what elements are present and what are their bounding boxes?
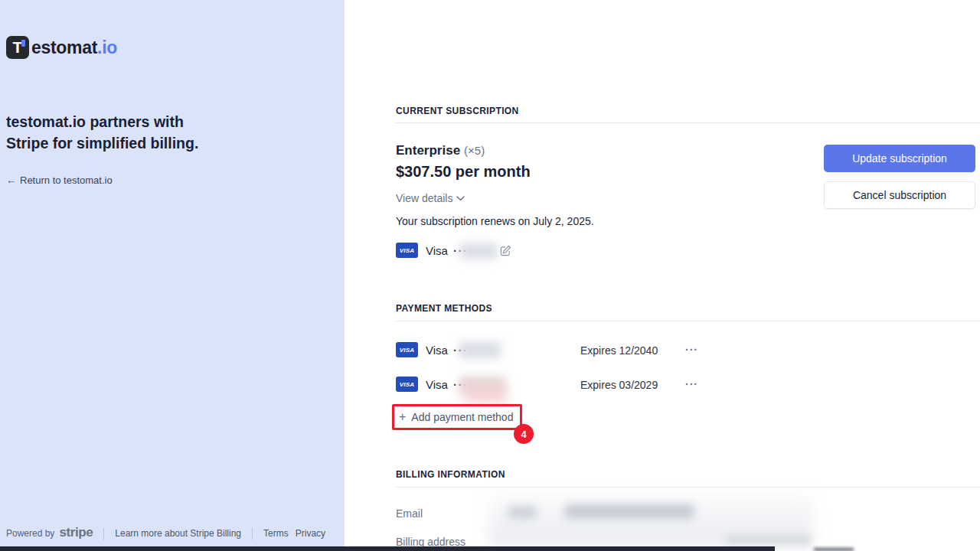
visa-card-icon: VISA (396, 377, 418, 392)
current-subscription-heading: CURRENT SUBSCRIPTION (396, 106, 519, 116)
plan-quantity: (×5) (464, 144, 485, 157)
footer-divider (252, 528, 253, 540)
brand-logo[interactable]: T estomat.io (6, 36, 117, 59)
email-label: Email (396, 507, 423, 520)
plan-name: Enterprise (396, 143, 460, 158)
renewal-text: Your subscription renews on July 2, 2025… (396, 215, 594, 227)
return-to-site-link[interactable]: ← Return to testomat.io (6, 174, 113, 186)
learn-more-link[interactable]: Learn more about Stripe Billing (115, 528, 241, 539)
sidebar-tagline: testomat.io partners with Stripe for sim… (6, 112, 224, 154)
terms-link[interactable]: Terms (263, 528, 289, 539)
section-divider (396, 122, 980, 123)
add-payment-method-link[interactable]: Add payment method (411, 411, 513, 423)
view-details-toggle[interactable]: View details (396, 192, 465, 204)
testomat-logo-icon: T (6, 36, 29, 59)
card-menu-button[interactable]: ··· (685, 344, 698, 356)
sidebar: T estomat.io testomat.io partners with S… (0, 0, 345, 551)
redacted-card-number (459, 341, 501, 359)
card-expiry: Expires 03/2029 (580, 379, 658, 391)
cancel-subscription-button[interactable]: Cancel subscription (824, 181, 975, 209)
card-brand-label: Visa (426, 344, 448, 357)
bottom-dark-smudge (814, 548, 854, 551)
card-brand-label: Visa (426, 378, 448, 391)
redacted-email-value (508, 506, 537, 519)
view-details-label: View details (396, 192, 452, 204)
bottom-dark-bar (0, 546, 775, 551)
stripe-logo[interactable]: stripe (59, 525, 93, 540)
payment-methods-heading: PAYMENT METHODS (396, 303, 492, 314)
redacted-billing-value (726, 535, 810, 545)
chevron-down-icon (456, 196, 465, 201)
card-brand-label: Visa (426, 244, 448, 257)
brand-main-text: estomat (31, 37, 97, 57)
sidebar-footer: Powered by stripe Learn more about Strip… (6, 527, 325, 540)
brand-suffix-text: .io (97, 37, 117, 57)
privacy-link[interactable]: Privacy (296, 528, 325, 539)
logo-accent-mark (21, 40, 25, 47)
card-expiry: Expires 12/2040 (580, 344, 658, 357)
powered-by-label: Powered by (6, 528, 54, 539)
plan-row: Enterprise (×5) (396, 143, 485, 158)
redacted-smear (464, 390, 507, 401)
billing-information-heading: BILLING INFORMATION (396, 469, 505, 480)
redacted-email-value (564, 504, 694, 519)
plan-price: $307.50 per month (396, 163, 531, 181)
section-divider (396, 321, 980, 321)
edit-card-button[interactable] (500, 245, 511, 259)
redacted-card-number (459, 243, 498, 259)
card-menu-button[interactable]: ··· (685, 378, 698, 390)
return-link-label: Return to testomat.io (20, 174, 113, 186)
back-arrow-icon: ← (6, 174, 16, 186)
visa-card-icon: VISA (396, 243, 418, 258)
edit-pencil-icon (500, 245, 511, 256)
brand-wordmark: estomat.io (31, 37, 117, 58)
update-subscription-button[interactable]: Update subscription (824, 145, 975, 172)
visa-card-icon: VISA (396, 342, 418, 357)
footer-divider (103, 528, 104, 540)
annotation-box: + Add payment method (392, 404, 522, 430)
plus-icon: + (399, 410, 406, 424)
section-divider (396, 487, 980, 487)
annotation-badge: 4 (514, 424, 534, 444)
